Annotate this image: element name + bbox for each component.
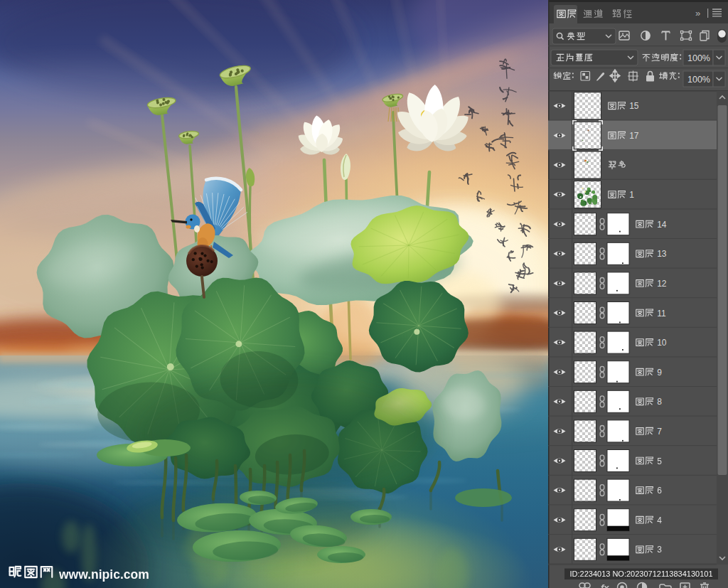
svg-text:15: 15 — [629, 101, 639, 111]
svg-text:12: 12 — [657, 279, 667, 289]
svg-text:100%: 100% — [687, 75, 710, 85]
svg-text:5: 5 — [657, 456, 662, 466]
svg-text:9: 9 — [657, 368, 662, 378]
svg-text:6: 6 — [657, 486, 662, 496]
svg-text:7: 7 — [657, 427, 662, 437]
svg-text:14: 14 — [657, 220, 667, 230]
svg-text:17: 17 — [629, 131, 639, 141]
svg-text:»: » — [695, 8, 700, 18]
svg-text:11: 11 — [657, 309, 666, 319]
svg-text:3: 3 — [657, 545, 662, 555]
svg-text:4: 4 — [657, 515, 662, 525]
svg-text:10: 10 — [657, 338, 667, 348]
svg-text:13: 13 — [657, 249, 667, 259]
svg-text:fx: fx — [601, 582, 609, 588]
svg-text:ID:2234013 NO:2023071211383413: ID:2234013 NO:20230712113834130101 — [569, 570, 712, 578]
svg-text:www.nipic.com: www.nipic.com — [58, 567, 149, 582]
svg-text:1: 1 — [629, 190, 634, 200]
svg-text:100%: 100% — [687, 53, 710, 63]
svg-text:8: 8 — [657, 397, 662, 407]
